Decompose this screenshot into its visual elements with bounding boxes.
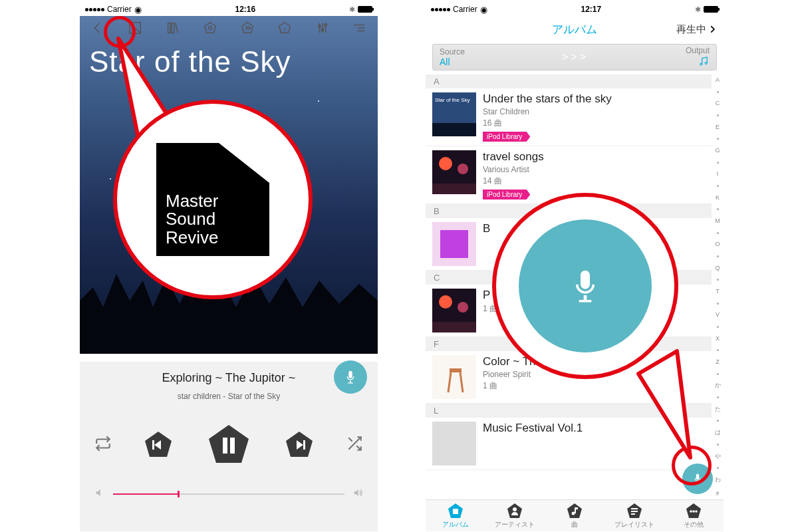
album-artist: Pioneer Spirit — [483, 370, 705, 379]
bluetooth-icon: ✱ — [349, 5, 355, 14]
track-count: 1 曲 — [483, 380, 705, 392]
album-thumb — [432, 222, 476, 266]
index-letter[interactable]: K — [716, 195, 720, 201]
wifi-icon: ◉ — [134, 5, 142, 15]
tab-3[interactable]: プレイリスト — [604, 500, 664, 531]
svg-point-69 — [690, 510, 692, 513]
play-pause-button[interactable] — [205, 421, 253, 469]
svg-rect-44 — [440, 230, 468, 258]
wifi-icon: ◉ — [480, 5, 487, 15]
index-letter[interactable]: Q — [715, 265, 720, 271]
track-subtitle: star children - Star of the Sky — [90, 392, 367, 401]
svg-rect-42 — [432, 184, 476, 194]
voice-button[interactable] — [682, 464, 713, 494]
album-row[interactable]: Color ~ The Mars ~Pioneer Spirit1 曲 — [426, 351, 712, 404]
album-thumb — [432, 422, 476, 466]
section-header: C — [426, 271, 712, 285]
svg-marker-32 — [96, 489, 100, 497]
index-letter[interactable]: # — [716, 491, 719, 497]
svg-line-31 — [348, 438, 352, 441]
back-button[interactable] — [88, 18, 108, 38]
tab-label: アーティスト — [495, 520, 535, 529]
svg-rect-18 — [350, 381, 351, 383]
album-row[interactable]: Star of the SkyUnder the stars of the sk… — [426, 88, 712, 146]
album-thumb — [432, 150, 476, 194]
index-letter[interactable]: G — [715, 148, 720, 154]
svg-point-40 — [439, 157, 452, 170]
album-row[interactable]: Music Festival Vol.1 — [426, 418, 712, 470]
player-toolbar — [80, 16, 378, 40]
section-header: L — [426, 404, 712, 418]
info-pentagon-icon[interactable] — [275, 18, 295, 38]
svg-marker-6 — [279, 23, 291, 33]
voice-button[interactable] — [334, 360, 367, 394]
tab-1[interactable]: アーティスト — [485, 500, 545, 531]
index-letter[interactable]: は — [715, 430, 721, 436]
index-letter[interactable]: O — [715, 241, 720, 247]
album-row[interactable]: B — [426, 218, 712, 271]
svg-rect-57 — [453, 509, 458, 514]
index-letter[interactable]: C — [716, 100, 720, 106]
tab-bar: アルバムアーティスト曲プレイリストその他 — [426, 499, 724, 531]
favorite-pentagon-icon[interactable] — [200, 18, 220, 38]
index-letter[interactable]: や — [715, 454, 721, 460]
status-bar: Carrier◉ 12:17 ✱ — [426, 3, 724, 16]
index-letter[interactable]: わ — [715, 477, 721, 483]
index-letter[interactable]: T — [716, 289, 720, 295]
header-title: アルバム — [552, 22, 597, 37]
volume-low-icon — [94, 487, 105, 501]
index-letter[interactable]: E — [716, 124, 720, 130]
now-playing-button[interactable]: 再生中 — [676, 23, 717, 36]
skip-pentagon-icon[interactable] — [237, 18, 257, 38]
section-header: B — [426, 204, 712, 218]
alpha-index[interactable]: ACEGIKMOQTVXZかたはやわ# — [713, 74, 722, 499]
svg-rect-1 — [168, 23, 170, 33]
track-count: 16 曲 — [483, 118, 705, 129]
nav-header: アルバム 再生中 — [426, 16, 724, 43]
index-letter[interactable]: M — [715, 218, 720, 224]
index-letter[interactable]: Z — [716, 359, 720, 365]
index-letter[interactable]: I — [717, 171, 719, 177]
svg-rect-37 — [432, 123, 476, 136]
svg-marker-23 — [209, 425, 249, 463]
svg-rect-50 — [450, 368, 462, 372]
index-letter[interactable]: た — [715, 406, 721, 412]
album-title: Under the stars of the sky — [483, 92, 705, 106]
tab-label: 曲 — [571, 520, 578, 529]
volume-slider[interactable] — [90, 487, 367, 501]
clock: 12:16 — [235, 5, 255, 14]
section-header: A — [426, 74, 712, 88]
tab-label: その他 — [684, 520, 704, 529]
index-letter[interactable]: X — [716, 336, 720, 342]
album-artist: Various Artist — [483, 165, 705, 174]
queue-icon[interactable] — [350, 18, 370, 38]
index-letter[interactable]: か — [715, 382, 721, 388]
album-title: B — [483, 222, 705, 235]
album-art[interactable]: Star of the Sky — [80, 16, 378, 354]
equalizer-icon[interactable] — [313, 18, 332, 38]
tab-2[interactable]: 曲 — [545, 500, 604, 531]
repeat-button[interactable] — [94, 435, 112, 455]
index-letter[interactable]: V — [716, 312, 720, 318]
shuffle-button[interactable] — [346, 435, 363, 455]
svg-point-59 — [513, 507, 517, 511]
album-row[interactable]: travel songsVarious Artist14 曲iPod Libra… — [426, 146, 712, 204]
album-row[interactable]: P1 曲 — [426, 285, 712, 337]
index-letter[interactable]: A — [716, 77, 720, 83]
album-list[interactable]: AStar of the SkyUnder the stars of the s… — [426, 74, 712, 499]
tab-4[interactable]: その他 — [664, 500, 724, 531]
transport-controls — [90, 421, 367, 469]
svg-point-47 — [458, 302, 468, 313]
next-button[interactable] — [283, 429, 315, 461]
library-icon[interactable] — [163, 18, 183, 38]
source-output-bar[interactable]: SourceAll >>> Output — [432, 44, 717, 70]
track-count: 14 曲 — [483, 176, 705, 187]
tab-0[interactable]: アルバム — [426, 500, 485, 531]
msr-toggle-icon[interactable] — [125, 18, 145, 38]
svg-rect-25 — [230, 438, 235, 454]
album-thumb: Star of the Sky — [432, 92, 476, 136]
svg-text:Star of the Sky: Star of the Sky — [435, 97, 469, 103]
source-tag: iPod Library — [483, 132, 530, 142]
album-title: travel songs — [483, 150, 705, 164]
prev-button[interactable] — [142, 429, 174, 461]
